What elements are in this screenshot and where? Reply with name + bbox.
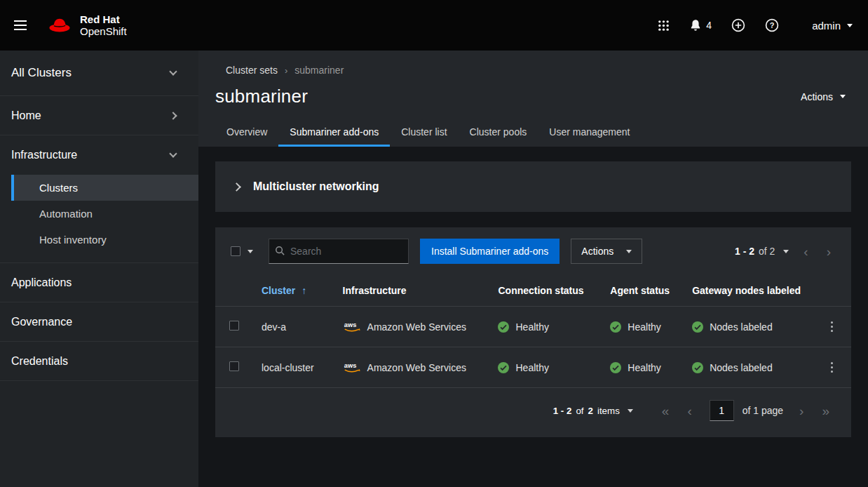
last-page-button[interactable]: »	[813, 403, 839, 419]
row-checkbox[interactable]	[229, 361, 239, 371]
column-header-agent-status[interactable]: Agent status	[599, 275, 681, 307]
bottom-pagination: 1 - 2 of 2 items « ‹ of 1 page › »	[215, 388, 851, 436]
pagination-range: 1 - 2	[553, 406, 572, 416]
row-kebab-menu-button[interactable]	[824, 358, 840, 377]
connection-status[interactable]: Healthy	[515, 321, 548, 333]
column-header-cluster[interactable]: Cluster↑	[250, 275, 332, 307]
tab-cluster-list[interactable]: Cluster list	[390, 119, 458, 147]
infrastructure-label: Amazon Web Services	[367, 362, 466, 373]
sidebar-item-applications[interactable]: Applications	[0, 263, 198, 302]
first-page-button[interactable]: «	[653, 403, 679, 419]
table-toolbar: Install Submariner add-ons Actions 1 - 2…	[215, 227, 851, 275]
title-row: submariner Actions	[215, 86, 868, 107]
sidebar-item-home[interactable]: Home	[0, 96, 198, 135]
table-actions-dropdown[interactable]: Actions	[571, 239, 642, 264]
agent-status[interactable]: Healthy	[628, 321, 660, 333]
previous-page-button[interactable]: ‹	[794, 244, 817, 260]
table-actions-label: Actions	[581, 246, 613, 257]
column-header-infrastructure[interactable]: Infrastructure	[332, 275, 487, 307]
bell-icon	[689, 19, 702, 32]
brand-line1: Red Hat	[80, 13, 127, 25]
top-pagination: 1 - 2 of 2 ‹ ›	[729, 244, 840, 260]
current-page-input[interactable]	[710, 400, 734, 421]
sidebar-item-host-inventory[interactable]: Host inventory	[11, 227, 198, 253]
tab-content: Multicluster networking	[198, 147, 868, 487]
expandable-section-title: Multicluster networking	[253, 180, 379, 193]
install-submariner-addons-button[interactable]: Install Submariner add-ons	[420, 239, 560, 264]
pagination-controls: « ‹ of 1 page › »	[653, 400, 839, 421]
page-header: Cluster sets › submariner submariner Act…	[198, 51, 868, 147]
page-layout: All Clusters Home Infrastructure Cluster…	[0, 51, 868, 487]
chevron-right-icon	[169, 112, 177, 119]
check-circle-icon	[498, 321, 509, 333]
user-menu-dropdown[interactable]: admin	[812, 20, 853, 32]
header-checkbox-cell	[215, 275, 250, 307]
breadcrumb-current: submariner	[294, 65, 344, 76]
caret-down-icon	[847, 24, 853, 27]
next-page-button[interactable]: ›	[790, 403, 813, 419]
chevron-down-icon	[169, 149, 177, 157]
caret-down-icon	[626, 250, 632, 253]
gateway-nodes-status[interactable]: Nodes labeled	[710, 321, 773, 333]
breadcrumb-separator-icon: ›	[285, 65, 287, 76]
perspective-switcher-all-clusters[interactable]: All Clusters	[0, 51, 198, 96]
column-header-connection-status[interactable]: Connection status	[487, 275, 599, 307]
help-button[interactable]: ?	[759, 13, 785, 38]
plus-circle-icon	[731, 18, 745, 32]
redhat-hat-icon	[46, 16, 73, 35]
cluster-name: dev-a	[250, 307, 332, 347]
chevron-down-icon	[169, 67, 177, 75]
caret-down-icon	[628, 409, 633, 413]
table-row: local-cluster aws Amazon Web Services	[215, 347, 851, 388]
select-all-checkbox[interactable]	[231, 246, 240, 256]
sort-ascending-icon: ↑	[301, 285, 306, 296]
submariner-addons-table: Cluster↑ Infrastructure Connection statu…	[215, 275, 851, 388]
pagination-items-menu-toggle[interactable]: 1 - 2 of 2 items	[553, 406, 633, 416]
perspective-label: All Clusters	[11, 66, 72, 80]
agent-status[interactable]: Healthy	[628, 362, 660, 373]
sidebar-item-label: Home	[11, 109, 41, 122]
next-page-button[interactable]: ›	[818, 244, 840, 260]
tab-user-management[interactable]: User management	[538, 119, 641, 147]
pagination-items-word: items	[597, 406, 620, 416]
sidebar-item-label: Applications	[11, 276, 72, 289]
multicluster-networking-expandable-section[interactable]: Multicluster networking	[215, 161, 851, 212]
tab-cluster-pools[interactable]: Cluster pools	[459, 119, 538, 147]
aws-icon: aws	[343, 361, 361, 373]
sidebar-item-label: Infrastructure	[11, 149, 77, 161]
page-title: submariner	[215, 86, 308, 107]
notifications-button[interactable]: 4	[683, 13, 718, 38]
brand-logo: Red Hat OpenShift	[46, 13, 127, 37]
brand-text: Red Hat OpenShift	[80, 13, 127, 37]
caret-down-icon	[783, 250, 789, 253]
bulk-select-dropdown[interactable]	[226, 239, 257, 264]
page-actions-dropdown[interactable]: Actions	[801, 91, 846, 102]
app-launcher-grid-icon	[658, 20, 670, 32]
tab-overview[interactable]: Overview	[215, 119, 278, 147]
pagination-menu-toggle[interactable]: 1 - 2 of 2	[729, 246, 794, 257]
sidebar-item-clusters[interactable]: Clusters	[11, 175, 198, 201]
sidebar-item-credentials[interactable]: Credentials	[0, 342, 198, 381]
gateway-nodes-status[interactable]: Nodes labeled	[710, 362, 773, 373]
main-content: Cluster sets › submariner submariner Act…	[198, 51, 868, 487]
sidebar-item-automation[interactable]: Automation	[11, 201, 198, 227]
search-icon	[275, 246, 285, 256]
row-checkbox[interactable]	[229, 321, 239, 331]
sidebar-item-infrastructure[interactable]: Infrastructure	[0, 135, 198, 175]
row-kebab-menu-button[interactable]	[824, 317, 840, 336]
connection-status[interactable]: Healthy	[515, 362, 548, 373]
import-cluster-button[interactable]	[725, 13, 752, 38]
app-launcher-button[interactable]	[651, 14, 676, 37]
tab-submariner-addons[interactable]: Submariner add-ons	[278, 119, 390, 147]
pagination-of-total: of 2	[759, 246, 775, 257]
nav-toggle-button[interactable]	[0, 0, 41, 51]
chevron-right-icon	[232, 182, 241, 192]
breadcrumb-cluster-sets-link[interactable]: Cluster sets	[226, 65, 278, 76]
table-header-row: Cluster↑ Infrastructure Connection statu…	[215, 275, 851, 307]
column-header-gateway-nodes[interactable]: Gateway nodes labeled	[681, 275, 812, 307]
search-input[interactable]	[269, 239, 409, 264]
previous-page-button[interactable]: ‹	[678, 403, 700, 419]
hamburger-icon	[14, 25, 27, 26]
sidebar-item-governance[interactable]: Governance	[0, 302, 198, 342]
masthead: Red Hat OpenShift 4	[0, 0, 868, 51]
